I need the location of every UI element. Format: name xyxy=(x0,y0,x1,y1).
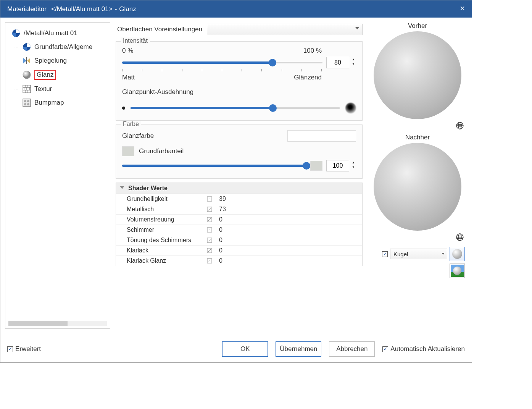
settings-panel: Oberflächen Voreinstellungen Intensität … xyxy=(110,22,368,329)
intensity-left-label: Matt xyxy=(122,74,135,81)
shader-row-name: Metallisch xyxy=(116,204,204,214)
presets-label: Oberflächen Voreinstellungen xyxy=(117,26,202,33)
footer: ✓Erweitert OK Übernehmen Abbrechen ✓Auto… xyxy=(0,336,472,362)
auto-update-label: Automatisch Aktualisieren xyxy=(390,345,465,353)
sphere-icon xyxy=(452,249,462,259)
spin-down-icon[interactable]: ▼ xyxy=(351,61,356,66)
tree-scrollbar-horizontal[interactable] xyxy=(8,321,107,326)
shader-row-value: 0 xyxy=(215,215,362,225)
svg-rect-14 xyxy=(23,99,31,107)
app-title: Materialeditor xyxy=(7,5,47,13)
apply-button[interactable]: Übernehmen xyxy=(276,341,321,357)
svg-point-17 xyxy=(24,103,26,105)
spin-up-icon[interactable]: ▲ xyxy=(351,160,356,165)
extent-slider[interactable] xyxy=(131,104,340,112)
intensity-min-label: 0 % xyxy=(122,47,133,55)
preview-after-sphere xyxy=(374,143,461,231)
sphere-icon xyxy=(22,70,31,79)
spin-up-icon[interactable]: ▲ xyxy=(351,57,356,61)
intensity-input[interactable] xyxy=(326,57,349,68)
tree-item-glanz[interactable]: Glanz xyxy=(21,68,110,82)
mix-swatch[interactable] xyxy=(310,161,322,171)
shader-row-value: 73 xyxy=(215,204,362,214)
spin-down-icon[interactable]: ▼ xyxy=(351,165,356,169)
grundfarb-slider[interactable] xyxy=(122,162,306,170)
tree-item-bumpmap[interactable]: Bumpmap xyxy=(21,96,110,110)
shape-sphere-button[interactable] xyxy=(450,247,465,261)
edit-icon[interactable] xyxy=(204,225,215,235)
shader-row-name: Grundhelligkeit xyxy=(116,194,204,204)
shader-row[interactable]: Metallisch73 xyxy=(116,204,362,214)
shape-checkbox[interactable]: ✓ xyxy=(382,251,388,257)
svg-point-16 xyxy=(27,100,29,102)
edit-icon[interactable] xyxy=(204,204,215,214)
grundfarbanteil-label: Grundfarbanteil xyxy=(139,147,184,155)
globe-icon[interactable] xyxy=(456,121,464,130)
shader-row-value: 39 xyxy=(215,194,362,204)
shader-row[interactable]: Klarlack0 xyxy=(116,245,362,255)
shader-row-value: 0 xyxy=(215,225,362,235)
glanzfarbe-label: Glanzfarbe xyxy=(122,132,154,140)
bumpmap-icon xyxy=(22,98,31,107)
shader-row-value: 0 xyxy=(215,235,362,245)
preview-before-sphere xyxy=(374,31,461,119)
shape-combo-value: Kugel xyxy=(393,251,408,257)
shape-combo[interactable]: Kugel xyxy=(390,249,447,259)
collapse-icon xyxy=(120,186,124,189)
glanzfarbe-color[interactable] xyxy=(287,130,356,142)
edit-icon[interactable] xyxy=(204,235,215,245)
tree-item-grundfarbe[interactable]: Grundfarbe/Allgeme xyxy=(21,40,110,54)
shader-row[interactable]: Tönung des Schimmers0 xyxy=(116,235,362,245)
chevron-down-icon xyxy=(355,27,359,29)
intensity-spinner[interactable]: ▲▼ xyxy=(326,57,356,68)
material-path: </Metall/Alu matt 01> xyxy=(51,5,113,13)
tree-item-label: Bumpmap xyxy=(34,99,64,107)
dot-large-icon xyxy=(345,103,356,113)
ok-button[interactable]: OK xyxy=(222,341,268,357)
intensity-group: Intensität 0 % 100 % ▲▼ Matt Glänzen xyxy=(116,41,363,121)
tree-panel: /Metall/Alu matt 01 Grundfarbe/Allgeme S… xyxy=(5,22,110,329)
tree-item-label: Spiegelung xyxy=(34,57,67,65)
tree-item-spiegelung[interactable]: Spiegelung xyxy=(21,54,110,68)
tree-item-label: Textur xyxy=(34,85,52,93)
section-title: Glanz xyxy=(119,5,136,13)
cancel-button[interactable]: Abbrechen xyxy=(329,341,375,357)
shader-header[interactable]: Shader Werte xyxy=(116,183,362,194)
pie-icon xyxy=(22,42,31,52)
tree-item-label: Glanz xyxy=(34,70,56,80)
erweitert-checkbox[interactable]: ✓Erweitert xyxy=(7,345,41,353)
tree-item-textur[interactable]: Textur xyxy=(21,82,110,96)
shader-row-value: 0 xyxy=(215,256,362,266)
shader-row-name: Tönung des Schimmers xyxy=(116,235,204,245)
erweitert-label: Erweitert xyxy=(15,345,41,353)
preview-after-label: Nachher xyxy=(405,134,430,141)
intensity-slider[interactable] xyxy=(122,58,322,67)
shader-header-label: Shader Werte xyxy=(128,185,168,192)
grundfarb-input[interactable] xyxy=(326,160,349,171)
presets-combo[interactable] xyxy=(207,24,363,35)
grundfarb-spinner[interactable]: ▲▼ xyxy=(326,160,356,171)
edit-icon[interactable] xyxy=(204,215,215,225)
intensity-group-title: Intensität xyxy=(121,37,150,44)
shader-row[interactable]: Klarlack Glanz0 xyxy=(116,255,362,266)
color-group-title: Farbe xyxy=(121,121,141,128)
edit-icon[interactable] xyxy=(204,256,215,266)
edit-icon[interactable] xyxy=(204,194,215,204)
grundfarb-swatch[interactable] xyxy=(122,146,134,156)
shader-row[interactable]: Volumenstreuung0 xyxy=(116,214,362,225)
shader-row-value: 0 xyxy=(215,246,362,255)
background-button[interactable] xyxy=(450,264,465,278)
svg-rect-2 xyxy=(26,57,27,64)
globe-icon[interactable] xyxy=(456,233,464,241)
color-group: Farbe Glanzfarbe Grundfarbanteil ▲▼ xyxy=(116,124,363,179)
edit-icon[interactable] xyxy=(204,246,215,255)
tree-root-item[interactable]: /Metall/Alu matt 01 xyxy=(10,26,110,40)
dot-small-icon xyxy=(122,107,125,110)
pie-icon xyxy=(11,29,21,38)
auto-update-checkbox[interactable]: ✓Automatisch Aktualisieren xyxy=(382,345,465,353)
reflection-icon xyxy=(22,56,31,65)
shader-row[interactable]: Schimmer0 xyxy=(116,225,362,235)
close-icon[interactable]: × xyxy=(460,3,465,13)
shader-row[interactable]: Grundhelligkeit39 xyxy=(116,194,362,204)
intensity-max-label: 100 % xyxy=(303,47,322,55)
